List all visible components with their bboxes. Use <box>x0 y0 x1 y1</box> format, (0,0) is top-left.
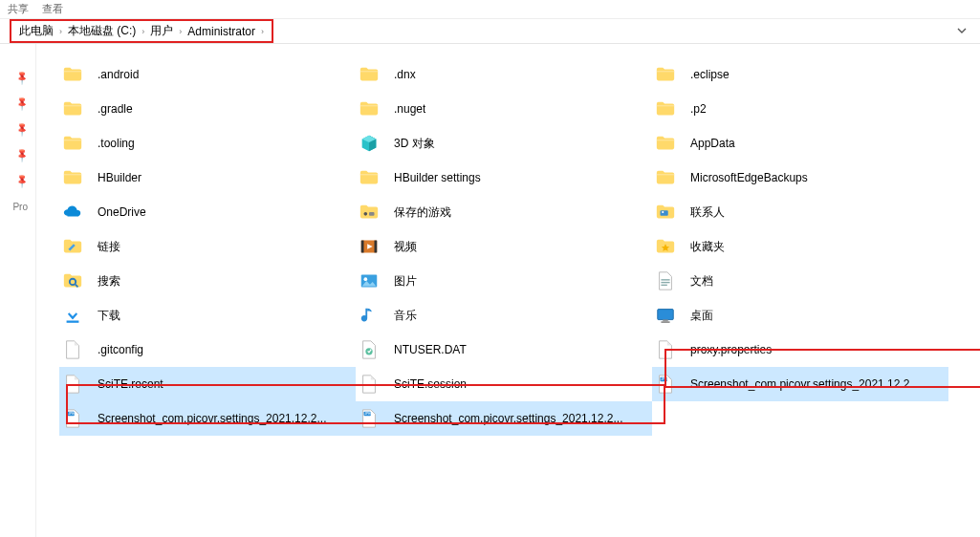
svg-point-4 <box>364 212 368 216</box>
file-list-area[interactable]: .android.gradle.toolingHBuilderOneDrive链… <box>36 44 980 537</box>
links-icon <box>61 235 84 258</box>
folder-icon <box>358 97 381 120</box>
pin-icon[interactable]: 📌 <box>14 173 30 188</box>
chevron-right-icon[interactable]: › <box>59 27 62 36</box>
file-item[interactable]: 视频 <box>356 229 652 264</box>
file-item[interactable]: 图片 <box>356 264 652 298</box>
file-name-label: OneDrive <box>98 205 146 219</box>
file-item[interactable]: .eclipse <box>652 57 948 92</box>
file-item[interactable]: 搜索 <box>59 264 356 298</box>
crumb-c-drive[interactable]: 本地磁盘 (C:) <box>68 23 136 39</box>
file-column-3: .eclipse.p2AppDataMicrosoftEdgeBackups联系… <box>652 57 948 436</box>
jpeg-icon: JPEG <box>654 373 677 396</box>
file-name-label: SciTE.session <box>394 377 467 391</box>
pin-icon[interactable]: 📌 <box>14 70 30 85</box>
svg-point-10 <box>364 277 368 281</box>
file-item[interactable]: 文档 <box>652 264 948 298</box>
chevron-right-icon[interactable]: › <box>261 27 264 36</box>
file-item[interactable]: HBuilder <box>59 161 356 195</box>
file-item[interactable]: .tooling <box>59 126 356 161</box>
file-name-label: .gitconfig <box>98 343 143 356</box>
crumb-users[interactable]: 用户 <box>150 23 173 39</box>
file-item[interactable]: .gitconfig <box>59 333 356 367</box>
svg-rect-21 <box>663 320 668 322</box>
chevron-right-icon[interactable]: › <box>142 27 144 36</box>
file-item[interactable]: SciTE.session <box>356 367 652 401</box>
file-name-label: NTUSER.DAT <box>394 343 467 356</box>
file-name-label: Screenshot_com.picovr.settings_2021.12.2… <box>690 377 919 391</box>
menu-share[interactable]: 共享 <box>8 2 29 16</box>
file-item[interactable]: 收藏夹 <box>652 229 948 264</box>
breadcrumb[interactable]: 此电脑› 本地磁盘 (C:)› 用户› Administrator› <box>10 19 273 43</box>
file-item[interactable]: AppData <box>652 126 948 161</box>
file-name-label: MicrosoftEdgeBackups <box>690 171 808 184</box>
pin-icon[interactable]: 📌 <box>14 121 30 137</box>
file-name-label: .p2 <box>690 102 707 116</box>
file-item[interactable]: MicrosoftEdgeBackups <box>652 161 948 195</box>
quick-access-sidebar: 📌 📌 📌 📌 📌 Pro <box>0 44 36 537</box>
file-item[interactable]: JPEGScreenshot_com.picovr.settings_2021.… <box>59 401 356 436</box>
dat-file-icon <box>358 338 381 361</box>
jpeg-icon: JPEG <box>61 407 84 430</box>
file-item[interactable]: NTUSER.DAT <box>356 333 652 367</box>
file-icon <box>358 373 381 396</box>
crumb-this-pc[interactable]: 此电脑 <box>19 23 54 39</box>
search-folder-icon <box>61 269 84 292</box>
pin-icon[interactable]: 📌 <box>14 147 30 162</box>
favorites-icon <box>654 235 677 258</box>
folder-icon <box>654 132 677 155</box>
svg-rect-5 <box>369 212 375 216</box>
file-item[interactable]: .android <box>59 57 356 92</box>
folder-icon <box>61 63 84 86</box>
file-item[interactable]: 3D 对象 <box>356 126 652 161</box>
documents-icon <box>654 269 677 292</box>
file-name-label: Screenshot_com.picovr.settings_2021.12.2… <box>98 412 326 425</box>
file-item[interactable]: .dnx <box>356 57 652 92</box>
file-name-label: .eclipse <box>690 68 730 81</box>
pictures-icon <box>358 269 381 292</box>
file-name-label: Screenshot_com.picovr.settings_2021.12.2… <box>394 412 622 425</box>
file-name-label: 桌面 <box>690 308 713 324</box>
breadcrumb-dropdown-icon[interactable] <box>953 25 970 38</box>
downloads-icon <box>61 304 84 327</box>
file-item[interactable]: SciTE.recent <box>59 367 356 401</box>
file-column-2: .dnx.nuget3D 对象HBuilder settings保存的游戏视频图… <box>356 57 652 436</box>
file-item[interactable]: proxy.properties <box>652 333 948 367</box>
file-item[interactable]: HBuilder settings <box>356 161 652 195</box>
svg-rect-7 <box>361 241 364 253</box>
file-item[interactable]: JPEGScreenshot_com.picovr.settings_2021.… <box>356 401 652 436</box>
cube-icon <box>358 132 381 155</box>
svg-rect-19 <box>658 310 674 320</box>
file-item[interactable]: .nuget <box>356 92 652 126</box>
file-name-label: 视频 <box>394 239 417 255</box>
file-item[interactable]: 音乐 <box>356 298 652 333</box>
file-item[interactable]: 下载 <box>59 298 356 333</box>
folder-icon <box>654 166 677 189</box>
folder-icon <box>654 63 677 86</box>
file-item[interactable]: OneDrive <box>59 195 356 229</box>
pin-icon[interactable]: 📌 <box>14 96 30 111</box>
music-icon <box>358 304 381 327</box>
crumb-administrator[interactable]: Administrator <box>187 25 255 38</box>
folder-icon <box>61 166 84 189</box>
chevron-right-icon[interactable]: › <box>179 27 182 36</box>
file-name-label: HBuilder settings <box>394 171 481 184</box>
sidebar-pro-label: Pro <box>12 202 28 212</box>
onedrive-icon <box>61 201 84 224</box>
svg-rect-22 <box>661 321 669 322</box>
file-item[interactable]: 保存的游戏 <box>356 195 652 229</box>
file-item[interactable]: 联系人 <box>652 195 948 229</box>
file-column-1: .android.gradle.toolingHBuilderOneDrive链… <box>59 57 356 436</box>
menu-view[interactable]: 查看 <box>42 2 63 16</box>
svg-text:JPEG: JPEG <box>661 377 669 381</box>
file-item[interactable]: .p2 <box>652 92 948 126</box>
file-item[interactable]: .gradle <box>59 92 356 126</box>
top-menu: 共享 查看 <box>0 0 980 19</box>
file-name-label: 3D 对象 <box>394 136 435 152</box>
file-item[interactable]: 桌面 <box>652 298 948 333</box>
file-item[interactable]: JPEGScreenshot_com.picovr.settings_2021.… <box>652 367 948 401</box>
games-icon <box>358 201 381 224</box>
file-name-label: 下载 <box>98 308 120 324</box>
file-item[interactable]: 链接 <box>59 229 356 264</box>
svg-rect-18 <box>661 285 666 286</box>
